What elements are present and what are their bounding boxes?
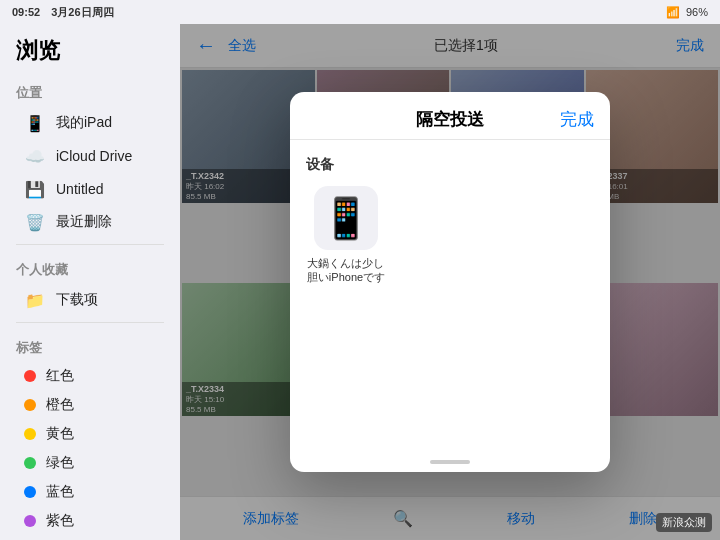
folder-icon: 📁 (24, 289, 46, 311)
modal-done-button[interactable]: 完成 (560, 108, 594, 131)
modal-header: 隔空投送 完成 (290, 92, 610, 140)
sidebar-item-ipad-label: 我的iPad (56, 114, 112, 132)
ipad-icon: 📱 (24, 112, 46, 134)
tag-purple-label: 紫色 (46, 512, 74, 530)
icloud-icon: ☁️ (24, 145, 46, 167)
device-grid: 📱 大鍋くんは少し胆いiPhoneです (306, 186, 594, 285)
sidebar-item-tag-blue[interactable]: 蓝色 (8, 478, 172, 506)
tag-red-dot (24, 370, 36, 382)
wifi-icon: 📶 (666, 6, 680, 19)
tag-orange-dot (24, 399, 36, 411)
modal-title: 隔空投送 (416, 108, 484, 131)
sidebar-item-downloads[interactable]: 📁 下载项 (8, 284, 172, 316)
sidebar-item-deleted[interactable]: 🗑️ 最近删除 (8, 206, 172, 238)
tag-green-label: 绿色 (46, 454, 74, 472)
sidebar-item-deleted-label: 最近删除 (56, 213, 112, 231)
sidebar-item-tag-orange[interactable]: 橙色 (8, 391, 172, 419)
sidebar-item-tag-green[interactable]: 绿色 (8, 449, 172, 477)
watermark: 新浪众测 (656, 513, 712, 532)
sidebar-divider-2 (16, 322, 164, 323)
sidebar-item-icloud[interactable]: ☁️ iCloud Drive (8, 140, 172, 172)
sidebar-section-tags: 标签 (0, 329, 180, 361)
tag-blue-label: 蓝色 (46, 483, 74, 501)
sidebar-title: 浏览 (0, 32, 180, 74)
sidebar-item-downloads-label: 下载项 (56, 291, 98, 309)
tag-yellow-label: 黄色 (46, 425, 74, 443)
device-item-iphone[interactable]: 📱 大鍋くんは少し胆いiPhoneです (306, 186, 386, 285)
sidebar-item-tag-purple[interactable]: 紫色 (8, 507, 172, 535)
modal-overlay[interactable]: 隔空投送 完成 设备 📱 大鍋くんは少し胆いiPhoneです (180, 24, 720, 540)
main-layout: 浏览 位置 📱 我的iPad ☁️ iCloud Drive 💾 Untitle… (0, 24, 720, 540)
sidebar-item-tag-yellow[interactable]: 黄色 (8, 420, 172, 448)
sidebar-item-tag-gray[interactable]: 灰色 (8, 536, 172, 540)
modal-scroll-indicator (430, 460, 470, 464)
sidebar-item-untitled[interactable]: 💾 Untitled (8, 173, 172, 205)
sidebar-item-icloud-label: iCloud Drive (56, 148, 132, 164)
tag-yellow-dot (24, 428, 36, 440)
device-name: 大鍋くんは少し胆いiPhoneです (307, 256, 385, 285)
sidebar-section-location: 位置 (0, 74, 180, 106)
tag-purple-dot (24, 515, 36, 527)
status-indicators: 📶 96% (666, 6, 708, 19)
tag-red-label: 红色 (46, 367, 74, 385)
modal-section-title: 设备 (306, 156, 594, 174)
battery-indicator: 96% (686, 6, 708, 18)
content-area: ← 全选 已选择1项 完成 _T.X2342 昨天 16:02 85.5 MB … (180, 24, 720, 540)
status-time: 09:52 3月26日周四 (12, 5, 114, 20)
tag-blue-dot (24, 486, 36, 498)
airdrop-modal: 隔空投送 完成 设备 📱 大鍋くんは少し胆いiPhoneです (290, 92, 610, 472)
drive-icon: 💾 (24, 178, 46, 200)
modal-body: 设备 📱 大鍋くんは少し胆いiPhoneです (290, 140, 610, 452)
device-icon-container: 📱 (314, 186, 378, 250)
tag-green-dot (24, 457, 36, 469)
tag-orange-label: 橙色 (46, 396, 74, 414)
status-bar: 09:52 3月26日周四 📶 96% (0, 0, 720, 24)
device-iphone-icon: 📱 (321, 195, 371, 242)
sidebar-section-favorites: 个人收藏 (0, 251, 180, 283)
sidebar-item-untitled-label: Untitled (56, 181, 103, 197)
sidebar: 浏览 位置 📱 我的iPad ☁️ iCloud Drive 💾 Untitle… (0, 24, 180, 540)
trash-icon: 🗑️ (24, 211, 46, 233)
sidebar-divider-1 (16, 244, 164, 245)
sidebar-item-ipad[interactable]: 📱 我的iPad (8, 107, 172, 139)
sidebar-item-tag-red[interactable]: 红色 (8, 362, 172, 390)
